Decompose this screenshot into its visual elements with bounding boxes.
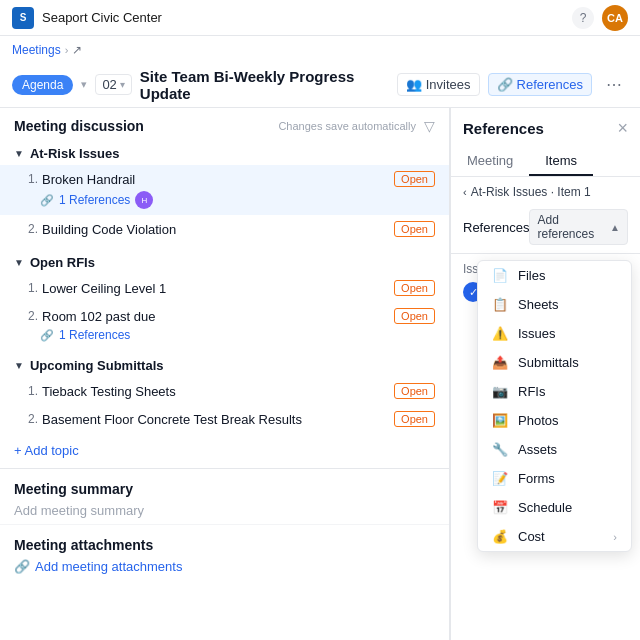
item-label: Lower Ceiling Level 1 (42, 281, 394, 296)
rfis-toggle: ▼ (14, 257, 24, 268)
app-logo: S (12, 7, 34, 29)
chevron-down-icon[interactable]: ▾ (81, 78, 87, 91)
dropdown-item-forms[interactable]: 📝 Forms (478, 464, 631, 493)
dropdown-item-submittals[interactable]: 📤 Submittals (478, 348, 631, 377)
agenda-badge[interactable]: Agenda (12, 75, 73, 95)
link-icon: 🔗 (40, 194, 54, 207)
references-button[interactable]: 🔗 References (488, 73, 592, 96)
back-chevron-icon: ‹ (463, 186, 467, 198)
dropdown-item-assets[interactable]: 🔧 Assets (478, 435, 631, 464)
cursor-icon: ↗ (72, 43, 82, 57)
submittals-section: ▼ Upcoming Submittals 1. Tieback Testing… (0, 350, 449, 433)
tab-meeting[interactable]: Meeting (451, 147, 529, 176)
dropdown-item-issues[interactable]: ⚠️ Issues (478, 319, 631, 348)
meeting-title: Site Team Bi-Weekly Progress Update (140, 68, 389, 102)
submittals-title: Upcoming Submittals (30, 358, 164, 373)
breadcrumb-arrow: › (65, 44, 69, 56)
add-references-button[interactable]: Add references ▲ (529, 209, 628, 245)
invitees-button[interactable]: 👥 Invitees (397, 73, 480, 96)
list-item[interactable]: 1. Broken Handrail Open (0, 165, 449, 189)
meeting-number[interactable]: 02 ▾ (95, 74, 131, 95)
at-risk-title: At-Risk Issues (30, 146, 120, 161)
open-rfis-section: ▼ Open RFIs 1. Lower Ceiling Level 1 Ope… (0, 247, 449, 350)
status-badge: Open (394, 411, 435, 427)
rfis-icon: 📷 (492, 384, 508, 399)
ref-section-label: References (463, 220, 529, 235)
files-icon: 📄 (492, 268, 508, 283)
item-number: 1. (28, 172, 38, 186)
status-badge: Open (394, 308, 435, 324)
add-references-dropdown: 📄 Files 📋 Sheets ⚠️ Issues 📤 Submittals … (477, 260, 632, 552)
item-number: 1. (28, 281, 38, 295)
cost-chevron-right-icon: › (613, 531, 617, 543)
breadcrumb: Meetings › ↗ (0, 36, 640, 64)
item-number: 2. (28, 309, 38, 323)
ref-row[interactable]: 🔗 1 References H (0, 189, 449, 215)
dropdown-item-photos[interactable]: 🖼️ Photos (478, 406, 631, 435)
dropdown-item-cost[interactable]: 💰 Cost › (478, 522, 631, 551)
item-label: Basement Floor Concrete Test Break Resul… (42, 412, 394, 427)
references-icon: 🔗 (497, 77, 513, 92)
schedule-icon: 📅 (492, 500, 508, 515)
close-button[interactable]: × (617, 118, 628, 139)
link-icon: 🔗 (40, 329, 54, 342)
breadcrumb-link[interactable]: Meetings (12, 43, 61, 57)
item-label: Room 102 past due (42, 309, 394, 324)
dropdown-item-sheets[interactable]: 📋 Sheets (478, 290, 631, 319)
add-topic-button[interactable]: + Add topic (0, 433, 449, 468)
back-navigation[interactable]: ‹ At-Risk Issues · Item 1 (451, 177, 640, 203)
assets-icon: 🔧 (492, 442, 508, 457)
open-rfis-header[interactable]: ▼ Open RFIs (0, 247, 449, 274)
summary-title: Meeting summary (14, 481, 435, 497)
ref-text: 1 References (59, 328, 130, 342)
at-risk-toggle: ▼ (14, 148, 24, 159)
item-label: Tieback Testing Sheets (42, 384, 394, 399)
avatar: H (135, 191, 153, 209)
item-number: 2. (28, 412, 38, 426)
attachments-title: Meeting attachments (14, 537, 435, 553)
dropdown-item-rfis[interactable]: 📷 RFIs (478, 377, 631, 406)
forms-icon: 📝 (492, 471, 508, 486)
app-title: Seaport Civic Center (42, 10, 572, 25)
issues-icon: ⚠️ (492, 326, 508, 341)
left-panel: Meeting discussion Changes save automati… (0, 108, 450, 640)
back-label: At-Risk Issues · Item 1 (471, 185, 591, 199)
chevron-up-icon: ▲ (610, 222, 620, 233)
cost-icon: 💰 (492, 529, 508, 544)
link-icon: 🔗 (14, 559, 30, 574)
status-badge: Open (394, 221, 435, 237)
panel-title: Meeting discussion (14, 118, 144, 134)
filter-icon[interactable]: ▽ (424, 118, 435, 134)
ref-row[interactable]: 🔗 1 References (0, 326, 449, 350)
sheets-icon: 📋 (492, 297, 508, 312)
list-item[interactable]: 1. Lower Ceiling Level 1 Open (0, 274, 449, 302)
at-risk-header[interactable]: ▼ At-Risk Issues (0, 138, 449, 165)
list-item[interactable]: 2. Basement Floor Concrete Test Break Re… (0, 405, 449, 433)
rfis-title: Open RFIs (30, 255, 95, 270)
more-menu-button[interactable]: ⋯ (600, 73, 628, 96)
number-chevron: ▾ (120, 79, 125, 90)
help-icon[interactable]: ? (572, 7, 594, 29)
references-panel: References × Meeting Items ‹ At-Risk Iss… (450, 108, 640, 640)
ref-panel-title: References (463, 120, 544, 137)
ref-text: 1 References (59, 193, 130, 207)
tab-items[interactable]: Items (529, 147, 593, 176)
dropdown-item-files[interactable]: 📄 Files (478, 261, 631, 290)
status-badge: Open (394, 280, 435, 296)
submittals-toggle: ▼ (14, 360, 24, 371)
list-item[interactable]: 1. Tieback Testing Sheets Open (0, 377, 449, 405)
photos-icon: 🖼️ (492, 413, 508, 428)
list-item[interactable]: 2. Building Code Violation Open (0, 215, 449, 243)
auto-save-text: Changes save automatically (278, 120, 416, 132)
item-label: Building Code Violation (42, 222, 394, 237)
list-item[interactable]: 2. Room 102 past due Open (0, 302, 449, 326)
item-label: Broken Handrail (42, 172, 394, 187)
add-attachments-link[interactable]: 🔗 Add meeting attachments (14, 559, 435, 574)
user-avatar[interactable]: CA (602, 5, 628, 31)
summary-placeholder[interactable]: Add meeting summary (14, 503, 435, 518)
submittals-icon: 📤 (492, 355, 508, 370)
submittals-header[interactable]: ▼ Upcoming Submittals (0, 350, 449, 377)
status-badge: Open (394, 171, 435, 187)
dropdown-item-schedule[interactable]: 📅 Schedule (478, 493, 631, 522)
status-badge: Open (394, 383, 435, 399)
